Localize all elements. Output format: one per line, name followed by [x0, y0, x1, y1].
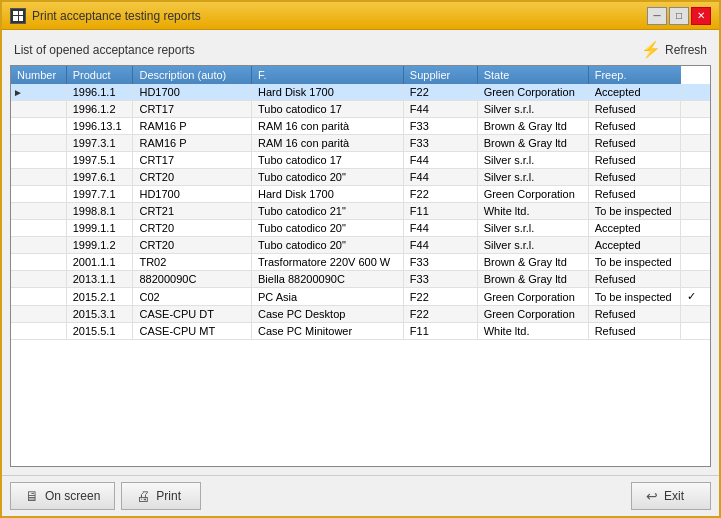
cell-state: Refused — [588, 323, 681, 340]
table-row[interactable]: 1996.13.1RAM16 PRAM 16 con paritàF33Brow… — [11, 118, 710, 135]
table-row[interactable]: 1998.8.1CRT21Tubo catodico 21"F11White l… — [11, 203, 710, 220]
cell-supplier: Silver s.r.l. — [477, 101, 588, 118]
cell-number: 1999.1.2 — [66, 237, 133, 254]
screen-icon: 🖥 — [25, 488, 39, 504]
refresh-area: ⚡ Refresh — [641, 40, 707, 59]
cell-supplier: Brown & Gray ltd — [477, 135, 588, 152]
cell-supplier: Silver s.r.l. — [477, 220, 588, 237]
cell-f: F22 — [403, 306, 477, 323]
cell-state: To be inspected — [588, 254, 681, 271]
refresh-button[interactable]: Refresh — [665, 43, 707, 57]
minimize-button[interactable]: ─ — [647, 7, 667, 25]
cell-state: To be inspected — [588, 203, 681, 220]
cell-description: RAM 16 con parità — [251, 118, 403, 135]
cell-number: 1998.8.1 — [66, 203, 133, 220]
cell-product: HD1700 — [133, 84, 252, 101]
cell-state: Refused — [588, 152, 681, 169]
cell-state: Refused — [588, 186, 681, 203]
table-row[interactable]: 2001.1.1TR02Trasformatore 220V 600 WF33B… — [11, 254, 710, 271]
cell-product: 88200090C — [133, 271, 252, 288]
row-arrow — [11, 254, 66, 271]
col-header-freep: Freep. — [588, 66, 681, 84]
print-label: Print — [156, 489, 181, 503]
cell-f: F44 — [403, 152, 477, 169]
cell-supplier: Silver s.r.l. — [477, 152, 588, 169]
cell-number: 1997.5.1 — [66, 152, 133, 169]
row-arrow — [11, 135, 66, 152]
cell-state: Refused — [588, 101, 681, 118]
cell-number: 2015.2.1 — [66, 288, 133, 306]
cell-supplier: Green Corporation — [477, 288, 588, 306]
table-row[interactable]: 2015.3.1CASE-CPU DTCase PC DesktopF22Gre… — [11, 306, 710, 323]
cell-description: Case PC Desktop — [251, 306, 403, 323]
cell-freep — [681, 101, 710, 118]
table-row[interactable]: 2015.2.1C02PC AsiaF22Green CorporationTo… — [11, 288, 710, 306]
cell-number: 2015.3.1 — [66, 306, 133, 323]
cell-freep: ✓ — [681, 288, 710, 306]
col-header-description: Description (auto) — [133, 66, 252, 84]
cell-product: CASE-CPU MT — [133, 323, 252, 340]
table-row[interactable]: 1997.7.1HD1700Hard Disk 1700F22Green Cor… — [11, 186, 710, 203]
cell-product: HD1700 — [133, 186, 252, 203]
cell-number: 2013.1.1 — [66, 271, 133, 288]
cell-f: F44 — [403, 220, 477, 237]
cell-product: CRT21 — [133, 203, 252, 220]
cell-number: 1996.1.2 — [66, 101, 133, 118]
cell-f: F44 — [403, 101, 477, 118]
cell-supplier: Brown & Gray ltd — [477, 118, 588, 135]
table-row[interactable]: 1999.1.1CRT20Tubo catodico 20"F44Silver … — [11, 220, 710, 237]
cell-description: Tubo catodico 21" — [251, 203, 403, 220]
cell-description: Trasformatore 220V 600 W — [251, 254, 403, 271]
print-button[interactable]: 🖨 Print — [121, 482, 201, 510]
cell-state: Refused — [588, 169, 681, 186]
table-row[interactable]: 2013.1.188200090CBiella 88200090CF33Brow… — [11, 271, 710, 288]
cell-state: Accepted — [588, 220, 681, 237]
table-row[interactable]: 1996.1.2CRT17Tubo catodico 17F44Silver s… — [11, 101, 710, 118]
table-row[interactable]: 1997.6.1CRT20Tubo catodico 20"F44Silver … — [11, 169, 710, 186]
table-row[interactable]: 1999.1.2CRT20Tubo catodico 20"F44Silver … — [11, 237, 710, 254]
cell-freep — [681, 169, 710, 186]
on-screen-button[interactable]: 🖥 On screen — [10, 482, 115, 510]
table-row[interactable]: 1997.3.1RAM16 PRAM 16 con paritàF33Brown… — [11, 135, 710, 152]
col-header-number: Number — [11, 66, 66, 84]
cell-description: Hard Disk 1700 — [251, 186, 403, 203]
cell-f: F44 — [403, 169, 477, 186]
row-arrow — [11, 101, 66, 118]
cell-state: Refused — [588, 306, 681, 323]
col-header-supplier: Supplier — [403, 66, 477, 84]
row-arrow — [11, 169, 66, 186]
header-row: Number Product Description (auto) F. Sup… — [11, 66, 710, 84]
table-row[interactable]: 1997.5.1CRT17Tubo catodico 17F44Silver s… — [11, 152, 710, 169]
cell-state: Refused — [588, 271, 681, 288]
cell-description: PC Asia — [251, 288, 403, 306]
content-area: List of opened acceptance reports ⚡ Refr… — [2, 30, 719, 475]
maximize-button[interactable]: □ — [669, 7, 689, 25]
cell-f: F33 — [403, 118, 477, 135]
cell-description: Tubo catodico 17 — [251, 152, 403, 169]
cell-number: 1997.6.1 — [66, 169, 133, 186]
cell-state: To be inspected — [588, 288, 681, 306]
cell-freep — [681, 152, 710, 169]
row-arrow — [11, 271, 66, 288]
exit-button[interactable]: ↩ Exit — [631, 482, 711, 510]
cell-freep — [681, 306, 710, 323]
cell-freep — [681, 118, 710, 135]
cell-supplier: White ltd. — [477, 323, 588, 340]
close-button[interactable]: ✕ — [691, 7, 711, 25]
reports-table: Number Product Description (auto) F. Sup… — [11, 66, 710, 340]
cell-description: Hard Disk 1700 — [251, 84, 403, 101]
cell-f: F22 — [403, 186, 477, 203]
cell-number: 2001.1.1 — [66, 254, 133, 271]
cell-f: F22 — [403, 84, 477, 101]
cell-freep — [681, 84, 710, 101]
cell-product: CRT20 — [133, 237, 252, 254]
window-controls: ─ □ ✕ — [647, 7, 711, 25]
table-row[interactable]: ►1996.1.1HD1700Hard Disk 1700F22Green Co… — [11, 84, 710, 101]
cell-freep — [681, 203, 710, 220]
table-row[interactable]: 2015.5.1CASE-CPU MTCase PC MinitowerF11W… — [11, 323, 710, 340]
row-arrow — [11, 323, 66, 340]
cell-f: F44 — [403, 237, 477, 254]
row-arrow — [11, 306, 66, 323]
cell-freep — [681, 254, 710, 271]
bottom-left-buttons: 🖥 On screen 🖨 Print — [10, 482, 201, 510]
